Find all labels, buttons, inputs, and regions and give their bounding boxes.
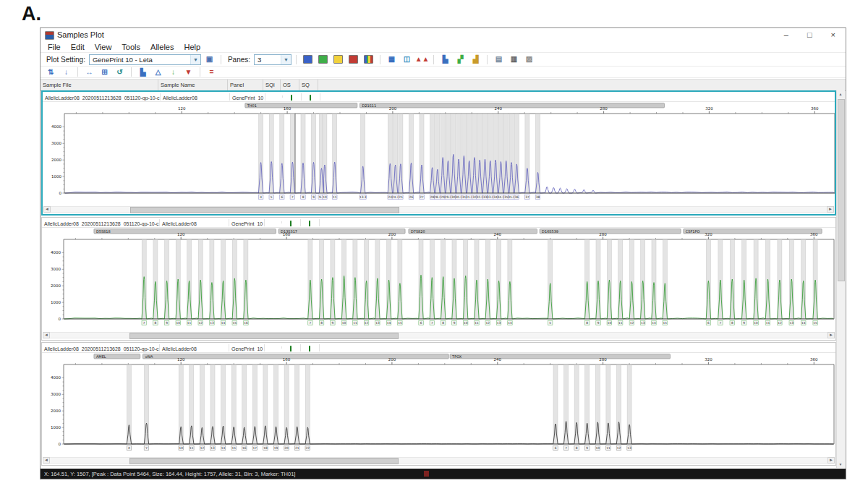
svg-text:14: 14	[221, 446, 226, 450]
scroll-thumb[interactable]	[129, 458, 399, 464]
dye-yellow-icon[interactable]	[331, 54, 345, 66]
svg-text:D16S539: D16S539	[542, 229, 558, 234]
svg-text:13: 13	[497, 321, 501, 325]
ladder-view-icon[interactable]: ▟	[469, 54, 482, 66]
pane-horizontal-scrollbar[interactable]: ◄►	[43, 332, 835, 338]
zoom-fit-icon[interactable]: ⊞	[98, 66, 111, 78]
pane-horizontal-scrollbar[interactable]: ◄►	[43, 457, 835, 464]
plot-settings-icon[interactable]: ▣	[203, 54, 216, 66]
menu-alleles[interactable]: Alleles	[145, 43, 179, 51]
svg-text:36: 36	[515, 195, 519, 199]
plot-setting-dropdown[interactable]: GenePrint 10 - Leta ▼	[89, 54, 201, 65]
dye-green-icon[interactable]	[316, 54, 330, 66]
svg-text:0: 0	[59, 442, 61, 446]
electropherogram-plot[interactable]: D5S818D13S317D7S820D16S539CSF1PO12016020…	[42, 228, 835, 329]
grid-view-icon[interactable]: ▦	[385, 54, 399, 66]
maximize-button[interactable]: □	[807, 30, 812, 39]
scroll-right-icon[interactable]: ►	[827, 206, 834, 213]
svg-text:9: 9	[586, 446, 588, 450]
minimize-button[interactable]: –	[784, 30, 788, 39]
column-header-sqi[interactable]: SQI	[263, 80, 281, 90]
flask-icon[interactable]: ▼	[182, 66, 195, 78]
electropherogram-plot[interactable]: TH01D21S11120160200240280320360010002000…	[43, 102, 835, 203]
scroll-right-icon[interactable]: ►	[827, 457, 835, 464]
svg-text:33.2: 33.2	[487, 195, 494, 199]
electropherogram-plot[interactable]: AMELvWATPOX12016020024028032036001000200…	[42, 353, 835, 454]
menu-tools[interactable]: Tools	[116, 43, 145, 51]
y-scale-icon[interactable]: ▙	[136, 66, 150, 78]
svg-text:15: 15	[231, 446, 236, 450]
svg-text:3000: 3000	[51, 141, 61, 145]
reset-view-icon[interactable]: ↺	[113, 66, 127, 78]
scroll-left-icon[interactable]: ◄	[43, 206, 51, 213]
column-header-panel[interactable]: Panel	[228, 80, 263, 90]
menu-edit[interactable]: Edit	[66, 43, 90, 51]
scroll-track[interactable]	[51, 206, 827, 213]
column-header-sq[interactable]: SQ	[299, 80, 318, 90]
move-down-icon[interactable]: ↓	[59, 66, 73, 78]
vertical-scroll-thumb[interactable]	[838, 99, 845, 281]
split-view-icon[interactable]: ◫	[400, 54, 414, 66]
plot-area[interactable]: D5S818D13S317D7S820D16S539CSF1PO12016020…	[42, 228, 835, 329]
vertical-scrollbar[interactable]: ▲ ▼	[836, 90, 845, 468]
fit-width-icon[interactable]: ↔	[82, 66, 96, 78]
scroll-right-icon[interactable]: ►	[827, 332, 835, 338]
image-export-icon[interactable]: ▨	[522, 54, 536, 66]
menu-help[interactable]: Help	[179, 43, 205, 51]
column-header-os[interactable]: OS	[281, 80, 299, 90]
green-arrow-icon[interactable]: ↓	[166, 66, 180, 78]
close-button[interactable]: ×	[831, 30, 835, 39]
title-bar[interactable]: Samples Plot – □ ×	[41, 28, 846, 41]
chevron-down-icon[interactable]: ▼	[281, 55, 291, 64]
svg-text:22: 22	[306, 446, 310, 450]
scroll-down-icon[interactable]: ▼	[837, 461, 844, 468]
scroll-thumb[interactable]	[130, 207, 399, 213]
sample-row[interactable]: AllelicLadder08_20200511213628_051120-gp…	[42, 218, 835, 228]
sample-os-cell	[282, 344, 301, 351]
pane-horizontal-scrollbar[interactable]: ◄►	[43, 206, 834, 213]
column-header-sample-file[interactable]: Sample File	[41, 80, 158, 90]
overlay-chart-icon[interactable]: ▞	[454, 54, 467, 66]
dye-red-icon[interactable]	[346, 54, 360, 66]
column-header-sample-name[interactable]: Sample Name	[158, 80, 228, 90]
svg-text:D7S820: D7S820	[411, 229, 425, 234]
scroll-left-icon[interactable]: ◄	[43, 332, 50, 338]
sample-sq-cell	[301, 344, 320, 351]
plot-panes-container: AllelicLadder08_20200511213628_051120-gp…	[41, 90, 836, 468]
scroll-track[interactable]	[50, 332, 827, 338]
sample-row[interactable]: AllelicLadder08_20200511213628_051120-gp…	[43, 92, 835, 102]
svg-text:15: 15	[663, 321, 668, 325]
print-icon[interactable]: ▥	[507, 54, 521, 66]
svg-text:13: 13	[210, 321, 214, 325]
toolbar-main: Plot Setting: GenePrint 10 - Leta ▼ ▣ Pa…	[41, 53, 846, 67]
menu-view[interactable]: View	[90, 43, 117, 51]
report-icon[interactable]: ▤	[492, 54, 506, 66]
sort-peaks-icon[interactable]: ⇅	[44, 66, 58, 78]
plot-setting-value: GenePrint 10 - Leta	[90, 56, 190, 64]
scroll-left-icon[interactable]: ◄	[43, 457, 50, 464]
app-icon	[45, 31, 54, 40]
scroll-thumb[interactable]	[129, 333, 399, 339]
toolbar-separator	[221, 55, 221, 64]
histogram-view-icon[interactable]: ▙	[438, 54, 452, 66]
status-text: X: 164.51, Y: 1507, [Peak : Data Point 5…	[44, 471, 295, 477]
svg-text:320: 320	[705, 232, 712, 236]
svg-text:27: 27	[420, 195, 424, 199]
scroll-track[interactable]	[50, 457, 827, 464]
svg-text:4000: 4000	[51, 375, 61, 380]
dye-all-icon[interactable]	[362, 54, 375, 66]
sample-file-cell: AllelicLadder08_20200511213628_051120-gp…	[43, 93, 161, 101]
sample-row[interactable]: AllelicLadder08_20200511213628_051120-gp…	[42, 343, 835, 353]
show-peaks-icon[interactable]: ▲▲	[415, 54, 429, 66]
equalize-icon[interactable]: =	[205, 66, 218, 78]
scroll-up-icon[interactable]: ▲	[837, 90, 844, 98]
plot-area[interactable]: TH01D21S11120160200240280320360010002000…	[43, 102, 835, 203]
menu-file[interactable]: File	[43, 43, 66, 51]
triangle-marker-icon[interactable]: △	[151, 66, 165, 78]
plot-area[interactable]: AMELvWATPOX12016020024028032036001000200…	[42, 353, 835, 454]
toolbar-separator	[380, 55, 380, 64]
chevron-down-icon[interactable]: ▼	[190, 55, 200, 64]
panes-dropdown[interactable]: 3 ▼	[254, 54, 292, 65]
svg-text:vWA: vWA	[145, 354, 153, 359]
dye-blue-icon[interactable]	[301, 54, 315, 66]
